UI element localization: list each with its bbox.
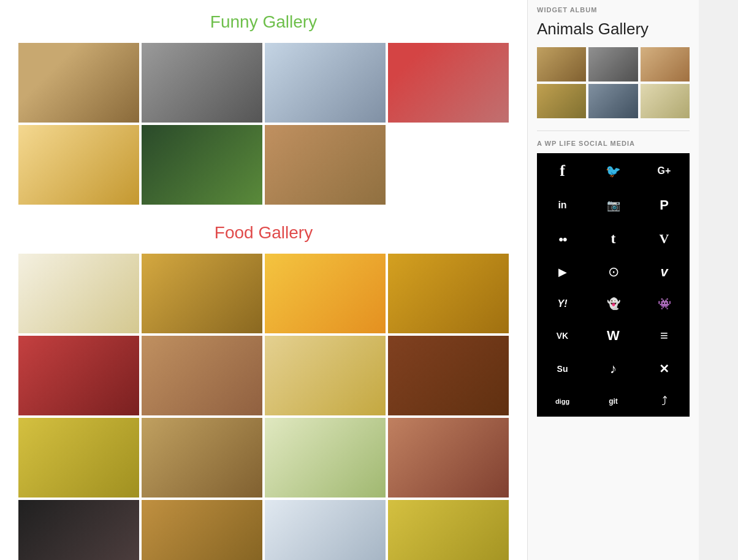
pinterest-icon[interactable] bbox=[639, 189, 690, 222]
gallery-image bbox=[18, 125, 139, 205]
flickr-icon[interactable] bbox=[537, 222, 588, 255]
snapchat-icon[interactable] bbox=[588, 289, 639, 319]
list-item[interactable] bbox=[641, 47, 690, 81]
list-item[interactable] bbox=[265, 254, 386, 333]
list-item[interactable] bbox=[265, 43, 386, 123]
list-item bbox=[388, 125, 509, 205]
gallery-image bbox=[18, 500, 139, 560]
git-icon[interactable] bbox=[588, 385, 639, 417]
tumblr-icon[interactable] bbox=[588, 222, 639, 255]
list-item[interactable] bbox=[18, 500, 139, 560]
list-item[interactable] bbox=[588, 84, 637, 118]
list-item[interactable] bbox=[388, 254, 509, 333]
list-item[interactable] bbox=[142, 418, 262, 498]
main-content: Funny Gallery Food Gallery bbox=[0, 0, 527, 560]
gallery-image bbox=[265, 254, 386, 333]
social-media-label: A WP LIFE SOCIAL MEDIA bbox=[537, 140, 690, 147]
yahoo-icon[interactable] bbox=[537, 289, 588, 319]
gallery-image bbox=[142, 125, 262, 205]
widget-album-label: WIDGET ALBUM bbox=[537, 6, 690, 13]
gallery-image bbox=[18, 418, 139, 498]
gallery-image bbox=[265, 43, 386, 123]
instagram-icon[interactable] bbox=[588, 189, 639, 222]
list-item[interactable] bbox=[142, 43, 262, 123]
animals-gallery-grid bbox=[537, 47, 690, 118]
social-media-grid bbox=[537, 153, 690, 417]
gallery-image bbox=[142, 500, 262, 560]
list-item[interactable] bbox=[18, 43, 139, 123]
youtube-icon[interactable] bbox=[537, 255, 588, 289]
gallery-image bbox=[265, 125, 386, 205]
list-item[interactable] bbox=[388, 418, 509, 498]
stumbleupon-icon[interactable] bbox=[537, 352, 588, 385]
twitter-icon[interactable] bbox=[588, 153, 639, 189]
list-item[interactable] bbox=[18, 125, 139, 205]
animal-image bbox=[537, 84, 586, 118]
share-icon[interactable] bbox=[639, 385, 690, 417]
dribbble-icon[interactable] bbox=[588, 255, 639, 289]
gallery-image bbox=[142, 418, 262, 498]
list-item[interactable] bbox=[265, 125, 386, 205]
gallery-image bbox=[388, 418, 509, 498]
gallery-image bbox=[388, 500, 509, 560]
sidebar: WIDGET ALBUM Animals Gallery A WP LIFE S… bbox=[527, 0, 699, 560]
list-item[interactable] bbox=[142, 125, 262, 205]
list-item[interactable] bbox=[388, 43, 509, 123]
list-item[interactable] bbox=[142, 254, 262, 333]
gallery-image bbox=[265, 500, 386, 560]
food-gallery-grid bbox=[18, 254, 509, 560]
food-gallery-title: Food Gallery bbox=[18, 223, 509, 243]
gallery-image bbox=[18, 336, 139, 415]
gallery-image bbox=[265, 336, 386, 415]
list-item[interactable] bbox=[588, 47, 637, 81]
animal-image bbox=[641, 47, 690, 81]
animal-image bbox=[537, 47, 586, 81]
wordpress-icon[interactable] bbox=[588, 319, 639, 352]
list-item[interactable] bbox=[265, 336, 386, 415]
vine-icon[interactable] bbox=[639, 255, 690, 289]
list-item[interactable] bbox=[537, 84, 586, 118]
list-item[interactable] bbox=[142, 500, 262, 560]
animals-gallery-title: Animals Gallery bbox=[537, 20, 690, 39]
gallery-image bbox=[142, 336, 262, 415]
gallery-image bbox=[388, 336, 509, 415]
animal-image bbox=[588, 84, 637, 118]
funny-gallery-title: Funny Gallery bbox=[18, 12, 509, 32]
stackexchange-icon[interactable] bbox=[639, 319, 690, 352]
list-item[interactable] bbox=[388, 336, 509, 415]
list-item[interactable] bbox=[641, 84, 690, 118]
animal-image bbox=[641, 84, 690, 118]
google-plus-icon[interactable] bbox=[639, 153, 690, 189]
animal-image bbox=[588, 47, 637, 81]
linkedin-icon[interactable] bbox=[537, 189, 588, 222]
funny-gallery-grid bbox=[18, 43, 509, 205]
gallery-image bbox=[18, 254, 139, 333]
gallery-image bbox=[265, 418, 386, 498]
list-item[interactable] bbox=[18, 418, 139, 498]
vimeo-icon[interactable] bbox=[639, 222, 690, 255]
facebook-icon[interactable] bbox=[537, 153, 588, 189]
vk-icon[interactable] bbox=[537, 319, 588, 352]
divider bbox=[537, 131, 690, 131]
list-item[interactable] bbox=[142, 336, 262, 415]
gallery-image-empty bbox=[388, 125, 509, 205]
gallery-image bbox=[142, 43, 262, 123]
gallery-image bbox=[18, 43, 139, 123]
list-item[interactable] bbox=[265, 418, 386, 498]
gallery-image bbox=[388, 43, 509, 123]
list-item[interactable] bbox=[388, 500, 509, 560]
list-item[interactable] bbox=[18, 254, 139, 333]
list-item[interactable] bbox=[537, 47, 586, 81]
list-item[interactable] bbox=[18, 336, 139, 415]
lastfm-icon[interactable] bbox=[588, 352, 639, 385]
digg-icon[interactable] bbox=[537, 385, 588, 417]
gallery-image bbox=[388, 254, 509, 333]
list-item[interactable] bbox=[265, 500, 386, 560]
reddit-icon[interactable] bbox=[639, 289, 690, 319]
gallery-image bbox=[142, 254, 262, 333]
xing-icon[interactable] bbox=[639, 352, 690, 385]
